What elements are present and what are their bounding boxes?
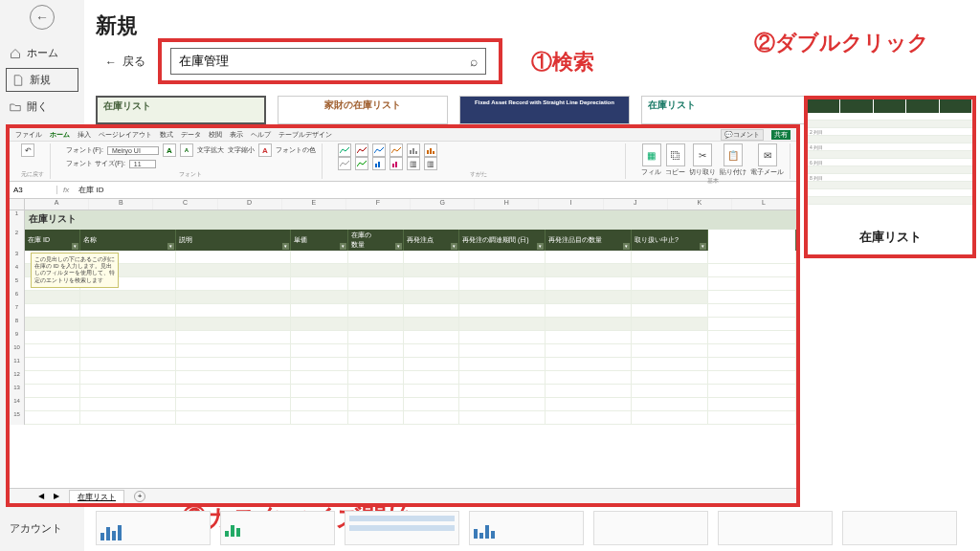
table-row[interactable]: 14 (10, 398, 796, 411)
sheet-tab-active[interactable]: 在庫リスト (69, 490, 124, 503)
hdr-discontinued[interactable]: 取り扱い中止?▾ (632, 230, 708, 251)
hdr-reorderqty[interactable]: 再発注品目の数量▾ (546, 230, 632, 251)
col-L[interactable]: L (732, 199, 796, 209)
email-button[interactable]: ✉ (758, 143, 777, 166)
style-8[interactable] (355, 157, 368, 170)
style-6[interactable] (424, 143, 437, 157)
fill-button[interactable]: ▦ (642, 143, 661, 166)
style-7[interactable] (338, 157, 351, 170)
hdr-unit[interactable]: 単価▾ (291, 230, 348, 251)
table-row[interactable]: 10 (10, 344, 796, 358)
comments-button[interactable]: 💬コメント (721, 129, 764, 141)
paste-button[interactable]: 📋 (724, 143, 743, 166)
tab-pagelayout[interactable]: ページレイアウト (99, 130, 152, 140)
annotation-2: ②ダブルクリック (754, 29, 929, 57)
table-row[interactable]: 5 (10, 277, 796, 291)
template-thumb-1[interactable]: 家財の在庫リスト (278, 96, 448, 124)
bottom-thumb-1[interactable] (220, 511, 335, 545)
hdr-leadtime[interactable]: 再発注の調達期間 (日)▾ (459, 230, 546, 251)
selected-template[interactable]: 1 列目2 列目3 列目 4 列目5 列目6 列目 7 列目8 列目 在庫リスト (804, 96, 976, 258)
sheet-nav-prev[interactable]: ◀ (38, 492, 44, 500)
spreadsheet[interactable]: A B C D E F G H I J K L 1 在庫リスト 2 在庫 ID▾… (10, 199, 796, 486)
share-button[interactable]: 共有 (771, 130, 791, 140)
template-thumb-0[interactable]: 在庫リスト (96, 96, 266, 124)
col-G[interactable]: G (411, 199, 475, 209)
col-H[interactable]: H (475, 199, 539, 209)
table-row[interactable]: 3 (10, 251, 796, 264)
nav-open[interactable]: 開く (0, 94, 84, 120)
bottom-thumb-6[interactable] (842, 511, 957, 545)
tab-file[interactable]: ファイル (15, 130, 42, 140)
col-K[interactable]: K (668, 199, 732, 209)
font-shrink-button[interactable]: A (180, 143, 193, 157)
nav-home[interactable]: ホーム (0, 40, 84, 66)
style-3[interactable] (372, 143, 386, 157)
sheet-title-cell[interactable]: 在庫リスト (25, 210, 796, 230)
cut-button[interactable]: ✂ (693, 143, 712, 166)
table-row[interactable]: 9 (10, 331, 796, 344)
tab-insert[interactable]: 挿入 (78, 130, 91, 140)
table-row[interactable]: 8 (10, 318, 796, 331)
bottom-thumb-5[interactable] (718, 511, 833, 545)
sheet-nav-next[interactable]: ▶ (54, 492, 59, 500)
font-enlarge-button[interactable]: A (163, 143, 176, 157)
name-box[interactable]: A3 (10, 186, 57, 194)
formula-value[interactable]: 在庫 ID (75, 185, 107, 195)
tab-help[interactable]: ヘルプ (251, 130, 271, 140)
tab-tabledesign[interactable]: テーブルデザイン (278, 130, 332, 140)
col-B[interactable]: B (89, 199, 153, 209)
template-thumb-3[interactable]: 在庫リスト (641, 96, 812, 124)
hdr-desc[interactable]: 説明▾ (176, 230, 291, 251)
table-row[interactable]: 13 (10, 385, 796, 398)
hdr-name[interactable]: 名称▾ (80, 230, 176, 251)
style-5[interactable] (407, 143, 420, 157)
col-F[interactable]: F (346, 199, 411, 209)
tab-data[interactable]: データ (181, 130, 201, 140)
font-size-select[interactable]: 11 (129, 160, 156, 168)
nav-new[interactable]: 新規 (6, 68, 78, 92)
col-A[interactable]: A (25, 199, 89, 209)
search-icon[interactable]: ⌕ (470, 54, 478, 69)
style-1[interactable] (338, 143, 351, 157)
col-I[interactable]: I (539, 199, 603, 209)
template-search[interactable]: ⌕ (170, 48, 486, 75)
table-row[interactable]: 4 (10, 264, 796, 277)
nav-account[interactable]: アカウント (0, 516, 84, 541)
font-color-button[interactable]: A (258, 143, 272, 157)
col-J[interactable]: J (604, 199, 668, 209)
bottom-thumb-0[interactable] (96, 511, 211, 545)
search-input[interactable] (179, 55, 470, 69)
hdr-id[interactable]: 在庫 ID▾ (25, 230, 80, 251)
tab-review[interactable]: 校閲 (209, 130, 222, 140)
table-row[interactable]: 15 (10, 411, 796, 425)
hdr-reorder[interactable]: 再発注点▾ (404, 230, 459, 251)
back-link[interactable]: ← 戻る (105, 54, 145, 70)
table-row[interactable]: 12 (10, 371, 796, 385)
font-select[interactable]: Meiryo UI (107, 146, 159, 155)
bottom-thumb-3[interactable] (469, 511, 584, 545)
col-C[interactable]: C (153, 199, 217, 209)
table-row[interactable]: 11 (10, 358, 796, 371)
style-4[interactable] (390, 143, 403, 157)
col-E[interactable]: E (282, 199, 346, 209)
hdr-qty[interactable]: 在庫の 数量▾ (348, 230, 404, 251)
tab-home[interactable]: ホーム (50, 130, 70, 140)
col-D[interactable]: D (218, 199, 282, 209)
table-row[interactable]: 7 (10, 304, 796, 318)
table-row[interactable]: 6 (10, 291, 796, 304)
file-new-icon (12, 75, 24, 86)
copy-button[interactable]: ⿻ (666, 143, 685, 166)
template-thumb-2[interactable]: Fixed Asset Record with Straight Line De… (459, 96, 630, 124)
style-9[interactable] (372, 157, 386, 170)
tab-formulas[interactable]: 数式 (160, 130, 173, 140)
tab-view[interactable]: 表示 (230, 130, 243, 140)
add-sheet-button[interactable]: + (134, 491, 145, 502)
back-button[interactable]: ← (30, 5, 55, 30)
style-10[interactable] (390, 157, 403, 170)
undo-button[interactable]: ↶ (21, 143, 34, 157)
style-11[interactable]: ▥ (407, 157, 420, 170)
style-12[interactable]: ▥ (424, 157, 437, 170)
bottom-thumb-2[interactable] (345, 511, 459, 545)
bottom-thumb-4[interactable] (593, 511, 708, 545)
style-2[interactable] (355, 143, 368, 157)
